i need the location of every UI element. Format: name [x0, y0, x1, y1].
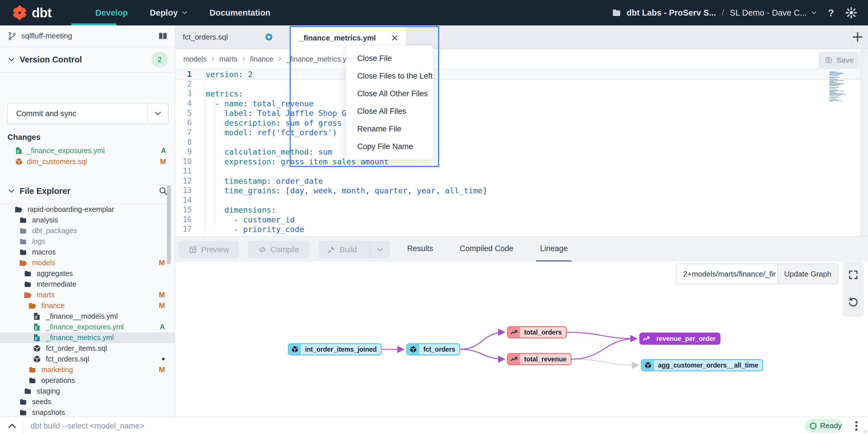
- trend-icon: [508, 327, 520, 338]
- tree-item[interactable]: aggregates: [0, 268, 175, 279]
- breadcrumb-item[interactable]: marts: [219, 55, 238, 63]
- lineage-node-total_orders[interactable]: total_orders: [507, 326, 567, 338]
- tree-item[interactable]: modelsM: [0, 257, 175, 268]
- code-editor[interactable]: 1version: 223metrics:4 - name: total_rev…: [175, 69, 861, 236]
- version-control-header[interactable]: Version Control 2: [0, 47, 175, 73]
- lineage-node-int_order_items_joined[interactable]: int_order_items_joined: [288, 343, 382, 355]
- lineage-node-total_revenue[interactable]: total_revenue: [507, 353, 571, 365]
- code-line[interactable]: 8: [175, 138, 861, 147]
- breadcrumb: modelsmartsfinance_finance_metrics.yml: [175, 49, 861, 69]
- code-line[interactable]: 17 - priority_code: [175, 225, 861, 234]
- tree-item[interactable]: financeM: [0, 300, 175, 311]
- dbt-logo[interactable]: dbt: [0, 5, 95, 21]
- tree-item[interactable]: marketingM: [0, 364, 175, 375]
- code-line[interactable]: 14: [175, 196, 861, 205]
- cube-icon: [407, 344, 419, 354]
- commit-and-sync-button[interactable]: Commit and sync: [7, 103, 168, 124]
- tree-item[interactable]: rapid-onboarding-exemplar: [0, 204, 175, 215]
- line-number: 12: [175, 176, 192, 186]
- expand-panel-icon[interactable]: [7, 421, 17, 431]
- tree-item[interactable]: staging: [0, 386, 175, 397]
- tree-item[interactable]: _finance_exposures.ymlA: [0, 322, 175, 332]
- minimap[interactable]: [829, 72, 855, 102]
- gear-icon[interactable]: [845, 6, 858, 19]
- context-menu-item[interactable]: Close File: [346, 50, 433, 67]
- resize-handle-icon[interactable]: [860, 426, 867, 433]
- nav-develop[interactable]: Develop: [95, 0, 128, 25]
- tree-item[interactable]: martsM: [0, 290, 175, 300]
- tree-item[interactable]: dbt_packages: [0, 225, 175, 236]
- breadcrumb-item[interactable]: _finance_metrics.yml: [286, 55, 354, 63]
- file-explorer-header[interactable]: File Explorer: [0, 179, 175, 204]
- fullscreen-icon[interactable]: [848, 269, 859, 280]
- code-line[interactable]: 3metrics:: [175, 89, 861, 99]
- reset-view-icon[interactable]: [848, 297, 859, 308]
- tree-item[interactable]: snapshots: [0, 407, 175, 418]
- code-line[interactable]: 2: [175, 80, 861, 89]
- commit-options-dropdown[interactable]: [147, 104, 168, 124]
- tree-item[interactable]: macros: [0, 247, 175, 257]
- change-row[interactable]: dim_customers.sql M: [0, 156, 175, 167]
- breadcrumb-item[interactable]: models: [183, 55, 207, 63]
- compile-button[interactable]: Compile: [248, 241, 309, 258]
- code-line[interactable]: 4 - name: total_revenue: [175, 99, 861, 109]
- branch-name[interactable]: sqlfluff-meeting: [21, 31, 72, 40]
- code-line[interactable]: 6 description: sum of gross revenue: [175, 118, 861, 128]
- update-graph-button[interactable]: Update Graph: [778, 263, 838, 284]
- panel-tab-lineage[interactable]: Lineage: [536, 237, 572, 262]
- save-button[interactable]: Save: [818, 52, 860, 68]
- close-icon[interactable]: [391, 34, 399, 42]
- command-input[interactable]: dbt build --select <model_name>: [31, 417, 144, 434]
- code-line[interactable]: 16 - customer_id: [175, 215, 861, 225]
- tree-item[interactable]: analysis: [0, 215, 175, 225]
- build-options-dropdown[interactable]: [370, 241, 390, 258]
- code-line[interactable]: 1version: 2: [175, 70, 861, 80]
- breadcrumb-item[interactable]: finance: [250, 55, 274, 63]
- code-line[interactable]: 7 model: ref('fct_orders'): [175, 128, 861, 138]
- search-icon[interactable]: [158, 186, 168, 196]
- code-line[interactable]: 15 dimensions:: [175, 205, 861, 215]
- lineage-node-agg_customer_orders__all_time[interactable]: agg_customer_orders__all_time: [641, 359, 763, 371]
- lineage-node-revenue_per_order[interactable]: revenue_per_order: [639, 332, 720, 345]
- build-button[interactable]: Build: [318, 241, 390, 258]
- panel-tab-compiled-code[interactable]: Compiled Code: [456, 237, 518, 262]
- tree-item[interactable]: operations: [0, 375, 175, 386]
- change-row[interactable]: _finance_exposures.yml A: [0, 145, 175, 156]
- docs-book-icon[interactable]: [158, 31, 168, 41]
- new-tab-button[interactable]: [851, 31, 864, 44]
- code-line[interactable]: 10 expression: gross_item_sales_amount: [175, 157, 861, 167]
- code-line[interactable]: 11: [175, 167, 861, 176]
- context-menu-item[interactable]: Close Files to the Left: [346, 67, 433, 85]
- context-menu-item[interactable]: Close All Files: [346, 103, 433, 120]
- tree-item[interactable]: fct_order_items.sql: [0, 343, 175, 354]
- tree-item[interactable]: seeds: [0, 397, 175, 407]
- sidebar-scrollbar[interactable]: [167, 185, 171, 264]
- code-line[interactable]: 13 time_grains: [day, week, month, quart…: [175, 186, 861, 196]
- tab-fct-orders[interactable]: fct_orders.sql: [175, 25, 280, 49]
- tab-context-menu: Close FileClose Files to the LeftClose A…: [346, 46, 434, 160]
- lineage-node-fct_orders[interactable]: fct_orders: [406, 343, 460, 355]
- help-button[interactable]: ?: [825, 6, 837, 19]
- tree-item[interactable]: intermediate: [0, 279, 175, 290]
- tree-item[interactable]: _finance_metrics.yml: [0, 332, 175, 343]
- tree-item[interactable]: logs: [0, 236, 175, 247]
- lineage-selector-input[interactable]: 2+models/marts/finance/_fir: [676, 263, 778, 284]
- account-project-switcher[interactable]: dbt Labs - ProServ S... / SL Demo - Dave…: [612, 8, 817, 18]
- editor-scrollbar-gutter[interactable]: [861, 49, 868, 236]
- code-line[interactable]: 9 calculation_method: sum: [175, 147, 861, 157]
- top-nav: dbt Develop Deploy Documentation dbt Lab…: [0, 0, 868, 25]
- panel-tab-results[interactable]: Results: [403, 237, 437, 262]
- context-menu-item[interactable]: Close All Other Files: [346, 85, 433, 103]
- git-branch-icon: [7, 31, 17, 41]
- context-menu-item[interactable]: Rename File: [346, 120, 433, 138]
- tree-item[interactable]: fct_orders.sql•: [0, 354, 175, 364]
- preview-button[interactable]: Preview: [179, 241, 239, 258]
- code-line[interactable]: 12 timestamp: order_date: [175, 176, 861, 186]
- sidebar: sqlfluff-meeting Version Control 2 Commi…: [0, 25, 175, 417]
- nav-documentation[interactable]: Documentation: [210, 0, 271, 25]
- file-icon: [33, 323, 41, 331]
- nav-deploy[interactable]: Deploy: [150, 0, 188, 25]
- context-menu-item[interactable]: Copy File Name: [346, 138, 433, 155]
- tree-item[interactable]: _finance__models.yml: [0, 311, 175, 322]
- code-line[interactable]: 5 label: Total Jaffle Shop Gross Re: [175, 108, 861, 118]
